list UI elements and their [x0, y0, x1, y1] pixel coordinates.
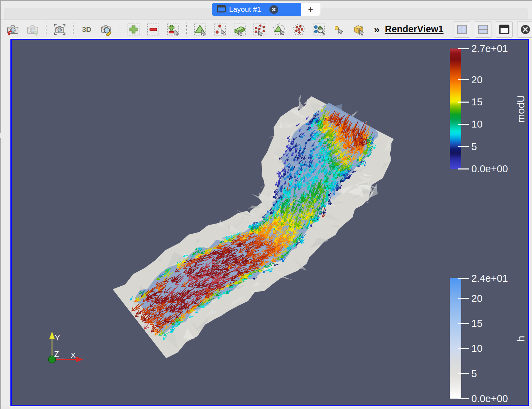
hover-points-icon	[332, 23, 345, 36]
select-points-on-icon	[213, 23, 227, 36]
interaction-mode-3d-button[interactable]: 3D	[79, 21, 95, 37]
new-tab-button[interactable]: +	[301, 3, 320, 16]
legend-tick-label: 0.0e+00	[471, 393, 508, 404]
grow-selection-button[interactable]	[126, 21, 141, 37]
toolbar-expander-button[interactable]: »	[374, 24, 379, 35]
tab-title: Layout #1	[229, 5, 261, 14]
layout-tab-bar: Layout #1 +	[0, 1, 532, 19]
legend-tick	[458, 48, 469, 49]
split-vertical-icon	[477, 24, 489, 35]
layout-icon	[217, 5, 226, 14]
capture-screenshot-button[interactable]	[52, 21, 68, 37]
h-colorbar	[450, 278, 461, 399]
select-cells-through-button[interactable]	[232, 21, 248, 37]
toolbar-separator	[186, 23, 187, 36]
h-legend-title: h	[515, 336, 527, 341]
svg-text:X: X	[71, 351, 76, 359]
hover-points-button[interactable]	[331, 21, 346, 37]
window-right-edge	[529, 39, 532, 409]
capture-screenshot-icon	[53, 23, 67, 36]
modU-colorbar	[450, 49, 461, 169]
render-view-title: RenderView1	[385, 24, 444, 35]
legend-tick	[458, 278, 469, 279]
hover-cells-button[interactable]	[350, 21, 366, 37]
interactive-select-cells-icon	[312, 23, 326, 36]
split-horizontal-icon	[456, 24, 468, 35]
select-cells-through-icon	[233, 23, 247, 36]
close-icon	[520, 24, 531, 35]
svg-text:Y: Y	[55, 333, 60, 342]
legend-tick	[458, 79, 469, 80]
legend-tick	[458, 298, 469, 299]
split-horizontal-button[interactable]	[454, 21, 470, 38]
window-left-edge[interactable]	[0, 1, 1, 409]
legend-tick-label: 20	[471, 293, 482, 304]
undo-camera-button[interactable]	[5, 21, 21, 37]
legend-tick-label: 10	[471, 119, 482, 130]
maximize-icon	[498, 24, 510, 35]
select-points-polygon-icon	[292, 23, 306, 36]
redo-camera-icon	[26, 23, 40, 36]
adjust-camera-button[interactable]	[98, 21, 114, 37]
maximize-view-button[interactable]	[496, 21, 513, 38]
select-points-polygon-button[interactable]	[291, 21, 307, 37]
shrink-selection-button[interactable]	[145, 21, 161, 37]
legend-tick	[458, 146, 469, 147]
select-cells-on-button[interactable]	[192, 21, 208, 37]
select-cells-on-icon	[193, 23, 207, 36]
legend-tick-label: 15	[471, 96, 482, 108]
render-viewport[interactable]: YXZ modU 2.7e+0120151050.0e+00 h 2.4e+01…	[10, 39, 529, 406]
orientation-axes-widget: YXZ	[49, 331, 84, 363]
redo-camera-button[interactable]	[25, 21, 41, 37]
adjust-camera-icon	[100, 23, 113, 36]
legend-tick-label: 2.7e+01	[471, 43, 508, 54]
legend-tick-label: 10	[471, 343, 482, 354]
legend-tick	[458, 168, 469, 169]
legend-tick	[458, 102, 469, 103]
select-cells-polygon-button[interactable]	[271, 21, 287, 37]
toolbar-separator	[46, 23, 46, 36]
legend-tick-label: 0.0e+00	[471, 163, 508, 175]
grow-selection-icon	[127, 23, 140, 36]
legend-tick-label: 15	[471, 318, 482, 329]
interactive-select-cells-button[interactable]	[311, 21, 327, 37]
tab-layout-1[interactable]: Layout #1	[212, 3, 301, 16]
legend-tick	[458, 323, 469, 324]
shrink-selection-icon	[146, 23, 160, 36]
svg-text:Z: Z	[54, 350, 59, 359]
legend-tick-label: 20	[471, 74, 482, 85]
toolbar-separator	[73, 23, 74, 36]
color-legend-modU[interactable]: modU 2.7e+0120151050.0e+00	[450, 49, 532, 169]
paraview-window: Layout #1 +	[0, 0, 532, 409]
legend-tick	[458, 348, 469, 349]
legend-tick-label: 5	[471, 141, 477, 152]
split-vertical-button[interactable]	[475, 21, 491, 38]
legend-tick-label: 2.4e+01	[471, 273, 508, 284]
modify-selection-icon	[166, 23, 180, 36]
legend-tick-label: 5	[471, 368, 477, 379]
select-points-through-button[interactable]	[251, 21, 267, 37]
legend-tick	[458, 373, 469, 374]
legend-tick	[458, 398, 469, 399]
tab-close-button[interactable]	[269, 5, 278, 14]
undo-camera-icon	[6, 23, 20, 36]
close-icon	[272, 7, 276, 12]
close-view-button[interactable]	[517, 21, 532, 38]
select-points-on-button[interactable]	[212, 21, 228, 37]
legend-tick	[458, 124, 469, 125]
window-bottom-edge	[0, 406, 532, 409]
hover-cells-icon	[351, 23, 365, 36]
select-points-through-icon	[252, 23, 266, 36]
color-legend-h[interactable]: h 2.4e+0120151050.0e+00	[450, 278, 532, 399]
modU-legend-title: modU	[515, 95, 527, 122]
select-cells-polygon-icon	[272, 23, 286, 36]
toolbar-separator	[120, 23, 120, 36]
render-view-toolbar: 3D	[0, 19, 532, 39]
modify-selection-button[interactable]	[165, 21, 181, 37]
